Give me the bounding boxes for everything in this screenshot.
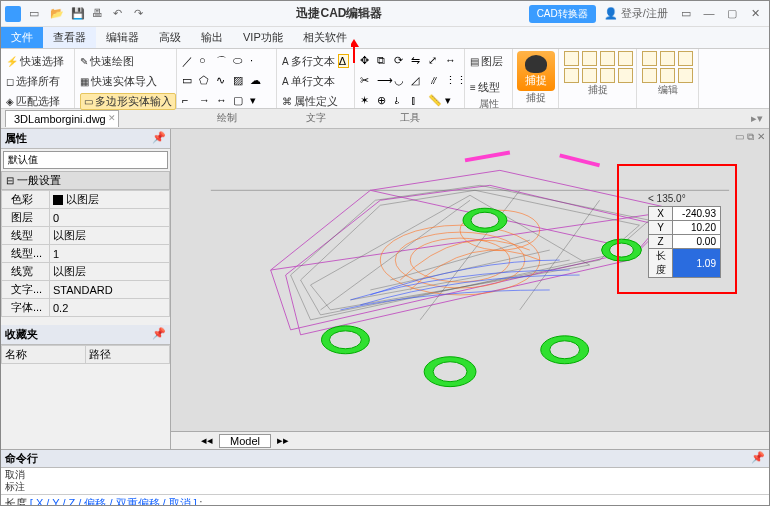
property-row[interactable]: 色彩以图层 (2, 191, 170, 209)
more-draw-icon[interactable]: ▾ (250, 94, 264, 108)
pin-icon[interactable]: 📌 (751, 451, 765, 466)
chamfer-icon[interactable]: ◿ (411, 74, 425, 88)
polygon-icon[interactable]: ⬠ (199, 74, 213, 88)
cloud-icon[interactable]: ☁ (250, 74, 264, 88)
tab-overflow-icon[interactable]: ▸▾ (751, 112, 763, 125)
snap-int-icon[interactable] (582, 68, 597, 83)
dtext-button[interactable]: A单行文本 (282, 74, 335, 89)
properties-selector[interactable]: 默认值 (3, 151, 168, 169)
scale-icon[interactable]: ⤢ (428, 54, 442, 68)
align-icon[interactable]: ⫿ (411, 94, 425, 108)
offset-icon[interactable]: ⫽ (428, 74, 442, 88)
mirror-icon[interactable]: ⇋ (411, 54, 425, 68)
open-icon[interactable]: 📂 (50, 7, 64, 21)
region-icon[interactable]: ▢ (233, 94, 247, 108)
ellipse-icon[interactable]: ⬭ (233, 54, 247, 68)
snap-tan-icon[interactable] (618, 68, 633, 83)
join-icon[interactable]: ⊕ (377, 94, 391, 108)
edit-5-icon[interactable] (660, 68, 675, 83)
polygon-input-button[interactable]: ▭多边形实体输入 (80, 93, 176, 110)
tab-output[interactable]: 输出 (191, 27, 233, 48)
quick-draw-button[interactable]: ✎快速绘图 (80, 54, 134, 69)
attdef-button[interactable]: ⌘属性定义 (282, 94, 338, 109)
snap-mid-icon[interactable] (582, 51, 597, 66)
fav-col-path[interactable]: 路径 (86, 346, 170, 364)
pline-icon[interactable]: ⌐ (182, 94, 196, 108)
spline-icon[interactable]: ∿ (216, 74, 230, 88)
trim-icon[interactable]: ✂ (360, 74, 374, 88)
layer-button[interactable]: ▤图层 (470, 54, 503, 69)
redo-icon[interactable]: ↷ (134, 7, 148, 21)
edit-3-icon[interactable] (678, 51, 693, 66)
tab-vip[interactable]: VIP功能 (233, 27, 293, 48)
tab-related[interactable]: 相关软件 (293, 27, 357, 48)
ray-icon[interactable]: → (199, 94, 213, 108)
edit-4-icon[interactable] (642, 68, 657, 83)
tab-viewer[interactable]: 查看器 (43, 27, 96, 48)
pin-icon[interactable]: 📌 (152, 327, 166, 342)
command-prompt[interactable]: 长度 [ X / Y / Z / 偏移 / 双重偏移 / 取消 ] : (1, 494, 769, 506)
line-icon[interactable]: ／ (182, 54, 196, 68)
select-all-button[interactable]: ◻选择所有 (6, 74, 60, 89)
snap-quad-icon[interactable] (564, 68, 579, 83)
tab-advanced[interactable]: 高级 (149, 27, 191, 48)
array-icon[interactable]: ⋮⋮ (445, 74, 459, 88)
close-tab-icon[interactable]: ✕ (108, 113, 116, 123)
explode-icon[interactable]: ✶ (360, 94, 374, 108)
circle-icon[interactable]: ○ (199, 54, 213, 68)
quick-select-button[interactable]: ⚡快速选择 (6, 54, 64, 69)
snap-node-icon[interactable] (618, 51, 633, 66)
property-row[interactable]: 线型...1 (2, 245, 170, 263)
edit-6-icon[interactable] (678, 68, 693, 83)
undo-icon[interactable]: ↶ (113, 7, 127, 21)
property-row[interactable]: 线型以图层 (2, 227, 170, 245)
property-row[interactable]: 文字...STANDARD (2, 281, 170, 299)
pin-icon[interactable]: 📌 (152, 131, 166, 146)
save-icon[interactable]: 💾 (71, 7, 85, 21)
extend-icon[interactable]: ⟶ (377, 74, 391, 88)
snap-end-icon[interactable] (564, 51, 579, 66)
measure-icon[interactable]: 📏 (428, 94, 442, 108)
minimize-button[interactable]: — (699, 7, 719, 19)
snap-cen-icon[interactable] (600, 51, 615, 66)
point-icon[interactable]: · (250, 54, 264, 68)
hatch-icon[interactable]: ▨ (233, 74, 247, 88)
maximize-button[interactable]: ▢ (722, 7, 742, 20)
move-icon[interactable]: ✥ (360, 54, 374, 68)
snap-perp-icon[interactable] (600, 68, 615, 83)
rect-icon[interactable]: ▭ (182, 74, 196, 88)
converter-badge[interactable]: CAD转换器 (529, 5, 596, 23)
model-tab[interactable]: Model (219, 434, 271, 448)
viewport-controls[interactable]: ▭ ⧉ ✕ (735, 131, 765, 143)
break-icon[interactable]: ⫰ (394, 94, 408, 108)
more-tool-icon[interactable]: ▾ (445, 94, 459, 108)
print-icon[interactable]: 🖶 (92, 7, 106, 21)
help-icon[interactable]: ▭ (676, 7, 696, 20)
document-tab[interactable]: 3DLamborgini.dwg ✕ (5, 110, 119, 127)
layout-prev-icon[interactable]: ◂◂ (201, 434, 213, 447)
fillet-icon[interactable]: ◡ (394, 74, 408, 88)
fav-col-name[interactable]: 名称 (2, 346, 86, 364)
property-row[interactable]: 字体...0.2 (2, 299, 170, 317)
copy-icon[interactable]: ⧉ (377, 54, 391, 68)
capture-button[interactable]: 捕捉 (517, 51, 555, 91)
login-link[interactable]: 👤 登录/注册 (604, 6, 668, 21)
stretch-icon[interactable]: ↔ (445, 54, 459, 68)
import-solid-button[interactable]: ▦快速实体导入 (80, 74, 157, 89)
drawing-canvas[interactable]: < 135.0° X-240.93Y10.20Z0.00长度1.09 ▭ ⧉ ✕ (171, 129, 769, 431)
layout-next-icon[interactable]: ▸▸ (277, 434, 289, 447)
edit-2-icon[interactable] (660, 51, 675, 66)
edit-1-icon[interactable] (642, 51, 657, 66)
dim-icon[interactable]: Δ (338, 54, 349, 68)
property-row[interactable]: 图层0 (2, 209, 170, 227)
rotate-icon[interactable]: ⟳ (394, 54, 408, 68)
tab-editor[interactable]: 编辑器 (96, 27, 149, 48)
linetype-button[interactable]: ≡线型 (470, 80, 500, 95)
new-icon[interactable]: ▭ (29, 7, 43, 21)
close-button[interactable]: ✕ (745, 7, 765, 20)
match-select-button[interactable]: ◈匹配选择 (6, 94, 60, 109)
arc-icon[interactable]: ⌒ (216, 54, 230, 68)
xline-icon[interactable]: ↔ (216, 94, 230, 108)
mtext-button[interactable]: A多行文本 (282, 54, 335, 69)
property-row[interactable]: 线宽以图层 (2, 263, 170, 281)
